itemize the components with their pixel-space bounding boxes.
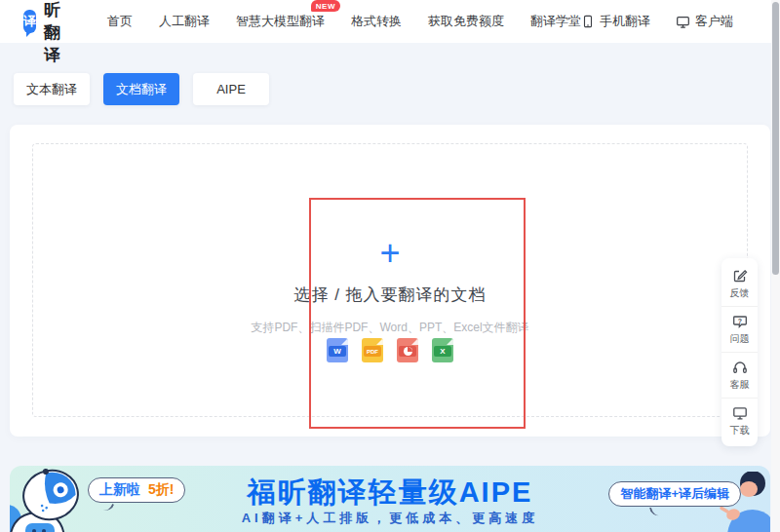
feedback-edit-icon (732, 268, 748, 284)
feedback-label: 反馈 (730, 286, 750, 300)
plus-icon: + (33, 236, 747, 271)
headset-icon (732, 360, 748, 375)
header-utilities: 手机翻译 客户端 我的翻译 (581, 6, 780, 37)
brand-name: 福昕翻译 (44, 0, 74, 66)
customer-service-button[interactable]: 客服 (722, 352, 758, 398)
monitor-icon (676, 15, 690, 29)
customer-service-label: 客服 (730, 378, 750, 392)
tab-aipe[interactable]: AIPE (193, 73, 269, 105)
pdf-label: PDF (364, 346, 381, 357)
logo[interactable]: 译 福昕翻译 (23, 0, 74, 66)
supported-file-icons: W PDF X (33, 338, 747, 362)
upload-support-text: 支持PDF、扫描件PDF、Word、PPT、Excel文件翻译 (33, 320, 747, 336)
feedback-button[interactable]: 反馈 (722, 261, 758, 306)
nav-item-llm-translation[interactable]: 智慧大模型翻译 NEW (236, 13, 325, 30)
logo-translate-icon: 译 (23, 10, 36, 33)
nav-item-human-translation[interactable]: 人工翻译 (159, 13, 210, 30)
questions-button[interactable]: ? 问题 (722, 306, 758, 352)
promo-new-text: 上新啦 (99, 481, 140, 497)
promo-banner[interactable]: 上新啦 5折! 福昕翻译轻量级AIPE AI翻译+人工排版，更低成本、更高速度 … (10, 466, 770, 532)
nav-item-format-convert[interactable]: 格式转换 (351, 13, 402, 30)
document-upload-card: + 选择 / 拖入要翻译的文档 支持PDF、扫描件PDF、Word、PPT、Ex… (10, 125, 770, 437)
svg-text:?: ? (737, 318, 741, 324)
desktop-client-link[interactable]: 客户端 (676, 13, 733, 30)
ppt-pie-glyph (399, 346, 416, 357)
pdf-file-icon: PDF (362, 338, 383, 362)
word-file-icon: W (327, 338, 348, 362)
question-bubble-icon: ? (732, 314, 748, 329)
floating-side-panel: 反馈 ? 问题 客服 下载 (722, 258, 758, 446)
nav-item-free-quota[interactable]: 获取免费额度 (428, 13, 504, 30)
mobile-translate-link[interactable]: 手机翻译 (581, 13, 650, 30)
upload-title: 选择 / 拖入要翻译的文档 (33, 284, 747, 306)
scrollbar-thumb[interactable] (772, 2, 779, 275)
desktop-client-label: 客户端 (695, 13, 733, 30)
excel-file-icon: X (432, 338, 453, 362)
promo-bubble-right: 智能翻译+译后编辑 (608, 481, 741, 507)
nav-item-home[interactable]: 首页 (107, 13, 133, 30)
phone-icon (581, 15, 595, 28)
ppt-file-icon (397, 338, 418, 362)
mobile-translate-label: 手机翻译 (600, 13, 650, 30)
excel-label: X (434, 346, 451, 357)
logo-badge-char: 译 (23, 13, 36, 30)
download-client-button[interactable]: 下载 (722, 398, 758, 443)
header: 译 福昕翻译 首页 人工翻译 智慧大模型翻译 NEW 格式转换 获取免费额度 翻… (0, 0, 780, 43)
nav-item-llm-label: 智慧大模型翻译 (236, 14, 325, 28)
word-label: W (329, 346, 346, 357)
questions-label: 问题 (730, 332, 750, 346)
promo-bubble-left: 上新啦 5折! (88, 477, 185, 503)
promo-discount-text: 5折! (148, 481, 174, 497)
tab-document-translation[interactable]: 文档翻译 (103, 73, 179, 105)
tab-text-translation[interactable]: 文本翻译 (14, 73, 90, 105)
client-monitor-icon (732, 405, 748, 421)
mode-tabs: 文本翻译 文档翻译 AIPE (14, 73, 269, 105)
new-badge: NEW (311, 0, 340, 12)
download-label: 下载 (730, 424, 750, 437)
upload-dropzone[interactable]: + 选择 / 拖入要翻译的文档 支持PDF、扫描件PDF、Word、PPT、Ex… (32, 143, 748, 417)
main-nav: 首页 人工翻译 智慧大模型翻译 NEW 格式转换 获取免费额度 翻译学堂 (107, 13, 581, 30)
nav-item-translation-school[interactable]: 翻译学堂 (530, 13, 581, 30)
scrollbar-track[interactable] (771, 0, 780, 532)
